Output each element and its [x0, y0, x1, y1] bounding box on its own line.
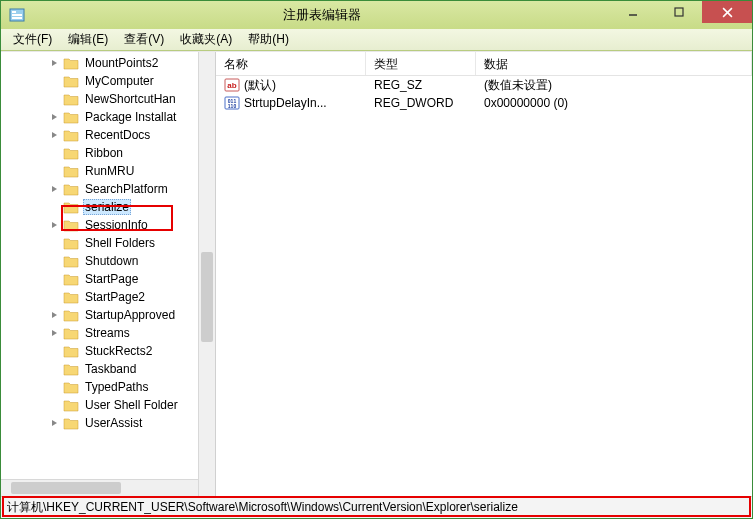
registry-editor-window: 注册表编辑器 文件(F) 编辑(E) 查看(V) 收藏夹(A) 帮助(H) Mo… [0, 0, 753, 519]
svg-rect-3 [12, 17, 22, 19]
tree-item[interactable]: StartPage2 [1, 288, 215, 306]
window-title: 注册表编辑器 [33, 6, 610, 24]
folder-icon [63, 147, 79, 160]
app-icon [9, 7, 25, 23]
folder-icon [63, 417, 79, 430]
tree-horizontal-scrollbar[interactable] [1, 479, 198, 496]
tree-item[interactable]: SearchPlatform [1, 180, 215, 198]
folder-icon [63, 201, 79, 214]
menu-view[interactable]: 查看(V) [116, 29, 172, 50]
menu-favorites[interactable]: 收藏夹(A) [172, 29, 240, 50]
tree-item-label: NewShortcutHan [83, 92, 178, 106]
folder-icon [63, 345, 79, 358]
close-button[interactable] [702, 1, 752, 23]
values-pane: 名称 类型 数据 (默认)REG_SZ(数值未设置)StrtupDelayIn.… [216, 52, 752, 496]
value-name: StrtupDelayIn... [244, 96, 327, 110]
folder-icon [63, 165, 79, 178]
expand-icon[interactable] [49, 58, 60, 69]
expand-icon[interactable] [49, 220, 60, 231]
maximize-button[interactable] [656, 1, 702, 23]
value-data: (数值未设置) [476, 77, 752, 94]
binary-value-icon [224, 95, 240, 111]
tree-item[interactable]: SessionInfo [1, 216, 215, 234]
expand-icon[interactable] [49, 418, 60, 429]
menu-help[interactable]: 帮助(H) [240, 29, 297, 50]
registry-tree[interactable]: MountPoints2MyComputerNewShortcutHanPack… [1, 52, 215, 434]
tree-item[interactable]: Taskband [1, 360, 215, 378]
minimize-button[interactable] [610, 1, 656, 23]
tree-item[interactable]: serialize [1, 198, 215, 216]
column-header-data[interactable]: 数据 [476, 52, 752, 75]
tree-item-label: User Shell Folder [83, 398, 180, 412]
value-name: (默认) [244, 77, 276, 94]
tree-item[interactable]: Shutdown [1, 252, 215, 270]
folder-icon [63, 111, 79, 124]
folder-icon [63, 399, 79, 412]
string-value-icon [224, 77, 240, 93]
tree-item[interactable]: StartPage [1, 270, 215, 288]
folder-icon [63, 309, 79, 322]
tree-item[interactable]: RunMRU [1, 162, 215, 180]
folder-icon [63, 273, 79, 286]
tree-item[interactable]: StuckRects2 [1, 342, 215, 360]
tree-item-label: SearchPlatform [83, 182, 170, 196]
folder-icon [63, 237, 79, 250]
expand-icon[interactable] [49, 310, 60, 321]
status-bar: 计算机\HKEY_CURRENT_USER\Software\Microsoft… [1, 496, 752, 518]
tree-item-label: StartupApproved [83, 308, 177, 322]
values-list[interactable]: (默认)REG_SZ(数值未设置)StrtupDelayIn...REG_DWO… [216, 76, 752, 496]
column-header-name[interactable]: 名称 [216, 52, 366, 75]
menu-file[interactable]: 文件(F) [5, 29, 60, 50]
column-header-type[interactable]: 类型 [366, 52, 476, 75]
tree-item[interactable]: RecentDocs [1, 126, 215, 144]
window-controls [610, 1, 752, 29]
tree-item-label: MyComputer [83, 74, 156, 88]
tree-vertical-scrollbar[interactable] [198, 52, 215, 496]
tree-item-label: Streams [83, 326, 132, 340]
folder-icon [63, 57, 79, 70]
menu-bar: 文件(F) 编辑(E) 查看(V) 收藏夹(A) 帮助(H) [1, 29, 752, 51]
svg-rect-5 [675, 8, 683, 16]
tree-item-label: MountPoints2 [83, 56, 160, 70]
value-type: REG_SZ [366, 78, 476, 92]
scrollbar-thumb[interactable] [11, 482, 121, 494]
tree-item[interactable]: TypedPaths [1, 378, 215, 396]
tree-item[interactable]: MyComputer [1, 72, 215, 90]
expand-icon[interactable] [49, 184, 60, 195]
tree-item[interactable]: UserAssist [1, 414, 215, 432]
folder-icon [63, 255, 79, 268]
expand-icon[interactable] [49, 130, 60, 141]
folder-icon [63, 381, 79, 394]
tree-item-label: UserAssist [83, 416, 144, 430]
menu-edit[interactable]: 编辑(E) [60, 29, 116, 50]
expand-icon[interactable] [49, 112, 60, 123]
svg-rect-2 [12, 14, 22, 16]
folder-icon [63, 219, 79, 232]
tree-item[interactable]: Package Installat [1, 108, 215, 126]
tree-item-label: Taskband [83, 362, 138, 376]
list-row[interactable]: StrtupDelayIn...REG_DWORD0x00000000 (0) [216, 94, 752, 112]
close-icon [722, 7, 733, 18]
svg-rect-1 [12, 11, 16, 13]
tree-item[interactable]: Shell Folders [1, 234, 215, 252]
tree-item[interactable]: Ribbon [1, 144, 215, 162]
tree-item[interactable]: User Shell Folder [1, 396, 215, 414]
scrollbar-thumb[interactable] [201, 252, 213, 342]
folder-icon [63, 129, 79, 142]
folder-icon [63, 327, 79, 340]
folder-icon [63, 363, 79, 376]
list-header: 名称 类型 数据 [216, 52, 752, 76]
tree-item[interactable]: Streams [1, 324, 215, 342]
folder-icon [63, 75, 79, 88]
tree-item-label: Package Installat [83, 110, 178, 124]
tree-item[interactable]: StartupApproved [1, 306, 215, 324]
folder-icon [63, 93, 79, 106]
tree-item[interactable]: NewShortcutHan [1, 90, 215, 108]
tree-item-label: Shutdown [83, 254, 140, 268]
expand-icon[interactable] [49, 328, 60, 339]
title-bar[interactable]: 注册表编辑器 [1, 1, 752, 29]
tree-item[interactable]: MountPoints2 [1, 54, 215, 72]
list-row[interactable]: (默认)REG_SZ(数值未设置) [216, 76, 752, 94]
tree-item-label: SessionInfo [83, 218, 150, 232]
folder-icon [63, 291, 79, 304]
